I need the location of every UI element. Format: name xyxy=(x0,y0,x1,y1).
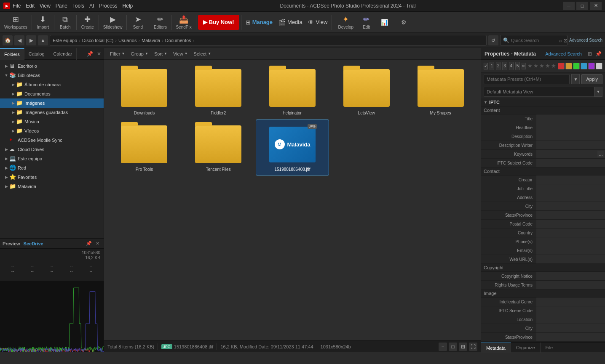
menu-tools[interactable]: Tools xyxy=(72,3,84,9)
panel-options-icon[interactable]: ⊞ xyxy=(588,51,592,57)
state-input[interactable] xyxy=(538,213,603,218)
close-button[interactable]: ✕ xyxy=(590,2,602,10)
advanced-search-link[interactable]: Advanced Search xyxy=(569,38,602,43)
tree-item-este-equipo[interactable]: ▶ 💻 Este equipo xyxy=(0,154,104,163)
tree-item-imagenes[interactable]: ▶ 📁 Imágenes xyxy=(0,98,104,108)
city-input[interactable] xyxy=(538,204,603,209)
job-title-value[interactable] xyxy=(536,184,605,193)
tree-item-imagenes-guardadas[interactable]: ▶ 📁 Imágenes guardadas xyxy=(0,108,104,117)
copyright-notice-input[interactable] xyxy=(538,274,603,279)
breadcrumb-item-2[interactable]: Usuarios xyxy=(118,38,137,43)
address-value[interactable] xyxy=(536,193,605,202)
refresh-button[interactable]: ↺ xyxy=(488,35,498,45)
zoom-out-button[interactable]: − xyxy=(439,343,447,351)
apply-button[interactable]: Apply xyxy=(581,74,602,84)
color-purple[interactable] xyxy=(588,63,595,69)
minimize-button[interactable]: ─ xyxy=(563,2,575,10)
color-green[interactable] xyxy=(573,63,580,69)
location-input[interactable] xyxy=(538,317,603,322)
iptc-subject-input[interactable] xyxy=(538,161,603,165)
slideshow-button[interactable]: ▶ Slideshow xyxy=(101,13,125,32)
file-item-tencent[interactable]: Tencent Files xyxy=(182,120,255,175)
extra-button[interactable]: ⚙ xyxy=(394,13,413,32)
title-input[interactable] xyxy=(538,117,603,121)
headline-input[interactable] xyxy=(538,125,603,130)
meta-star-3[interactable]: ★ xyxy=(539,63,544,69)
iptc-section-header[interactable]: ▼ IPTC xyxy=(481,98,605,106)
group-button[interactable]: Group ▼ xyxy=(128,49,151,58)
tab-file[interactable]: File xyxy=(541,343,559,353)
city-value[interactable] xyxy=(536,202,605,210)
tab-calendar[interactable]: Calendar xyxy=(49,48,77,60)
intellectual-genre-value[interactable] xyxy=(536,298,605,306)
iptc-subject-value[interactable] xyxy=(536,159,605,167)
tab-organize[interactable]: Organize xyxy=(511,343,541,353)
tree-item-videos[interactable]: ▶ 📁 Vídeos xyxy=(0,126,104,136)
seedrive-link[interactable]: SeeDrive xyxy=(24,241,43,246)
meta-num-3[interactable]: 3 xyxy=(502,62,507,70)
tab-metadata[interactable]: Metadata xyxy=(481,343,511,353)
intellectual-genre-input[interactable] xyxy=(538,300,603,304)
color-gray[interactable] xyxy=(596,63,602,69)
media-button[interactable]: 🎬 Media xyxy=(276,13,305,32)
maximize-button[interactable]: □ xyxy=(576,2,588,10)
email-value[interactable] xyxy=(536,246,605,255)
meta-star-5[interactable]: ★ xyxy=(551,63,556,69)
breadcrumb-item-0[interactable]: Este equipo xyxy=(53,38,77,43)
preview-close-button[interactable]: ✕ xyxy=(94,240,101,247)
batch-button[interactable]: ⧉ Batch xyxy=(56,13,75,32)
menu-view[interactable]: View xyxy=(40,3,51,9)
panel-pin-icon[interactable]: 📌 xyxy=(595,51,602,57)
image-state-value[interactable] xyxy=(536,333,605,341)
menu-file[interactable]: File xyxy=(13,3,21,9)
file-item-jfif[interactable]: M Malavida JPG 1519801886408.jfif xyxy=(256,120,329,175)
search-submit-button[interactable]: ⌕ xyxy=(559,38,562,43)
file-item-myshapes[interactable]: My Shapes xyxy=(404,63,477,119)
workspaces-button[interactable]: ⊞ Workspaces xyxy=(2,13,30,32)
description-value[interactable] xyxy=(536,132,605,141)
meta-num-1[interactable]: 1 xyxy=(490,62,494,70)
metadata-presets-input[interactable] xyxy=(484,74,570,84)
view-button[interactable]: 👁 View xyxy=(305,13,330,32)
keywords-browse-button[interactable]: … xyxy=(597,151,604,157)
adv-search-link[interactable]: Advanced Search xyxy=(545,51,582,56)
default-view-dropdown-icon[interactable]: ▼ xyxy=(594,87,602,97)
default-view-select[interactable]: Default Metadata View xyxy=(484,87,594,97)
menu-process[interactable]: Process xyxy=(99,3,117,9)
more-button[interactable]: 📊 xyxy=(375,13,394,32)
meta-num-2[interactable]: 2 xyxy=(496,62,501,70)
color-red[interactable] xyxy=(558,63,565,69)
meta-star-2[interactable]: ★ xyxy=(533,63,538,69)
meta-num-4[interactable]: 4 xyxy=(509,62,514,70)
send-button[interactable]: ➤ Send xyxy=(128,13,147,32)
image-state-input[interactable] xyxy=(538,335,603,340)
description-writer-input[interactable] xyxy=(538,143,603,148)
file-item-protools[interactable]: Pro Tools xyxy=(107,120,181,175)
postal-input[interactable] xyxy=(538,222,603,226)
nav-home-button[interactable]: 🏠 xyxy=(3,35,13,45)
create-button[interactable]: ✚ Create xyxy=(78,13,97,32)
meta-star-4[interactable]: ★ xyxy=(545,63,550,69)
state-value[interactable] xyxy=(536,211,605,219)
fit-button[interactable]: ⊞ xyxy=(459,343,467,351)
breadcrumb-item-3[interactable]: Malavida xyxy=(142,38,160,43)
keywords-value[interactable]: … xyxy=(536,150,605,158)
panel-pin-button[interactable]: 📌 xyxy=(85,49,94,58)
file-item-downloads[interactable]: Downloads xyxy=(107,63,181,119)
iptc-scene-value[interactable] xyxy=(536,306,605,315)
tree-item-escritorio[interactable]: ▶ 🖥 Escritorio xyxy=(0,61,104,71)
tree-item-bibliotecas[interactable]: ▼ 📚 Bibliotecas xyxy=(0,71,104,80)
menu-pane[interactable]: Pane xyxy=(56,3,67,9)
description-writer-value[interactable] xyxy=(536,141,605,149)
country-input[interactable] xyxy=(538,231,603,235)
rights-usage-input[interactable] xyxy=(538,283,603,287)
breadcrumb-item-1[interactable]: Disco local (C:) xyxy=(82,38,114,43)
meta-star-1[interactable]: ★ xyxy=(527,63,533,69)
creator-input[interactable] xyxy=(538,178,603,182)
job-title-input[interactable] xyxy=(538,186,603,191)
email-input[interactable] xyxy=(538,248,603,253)
rights-usage-value[interactable] xyxy=(536,281,605,289)
select-button[interactable]: Select ▼ xyxy=(191,49,214,58)
country-value[interactable] xyxy=(536,228,605,237)
tree-item-cloud-drives[interactable]: ▶ ☁ Cloud Drives xyxy=(0,145,104,154)
